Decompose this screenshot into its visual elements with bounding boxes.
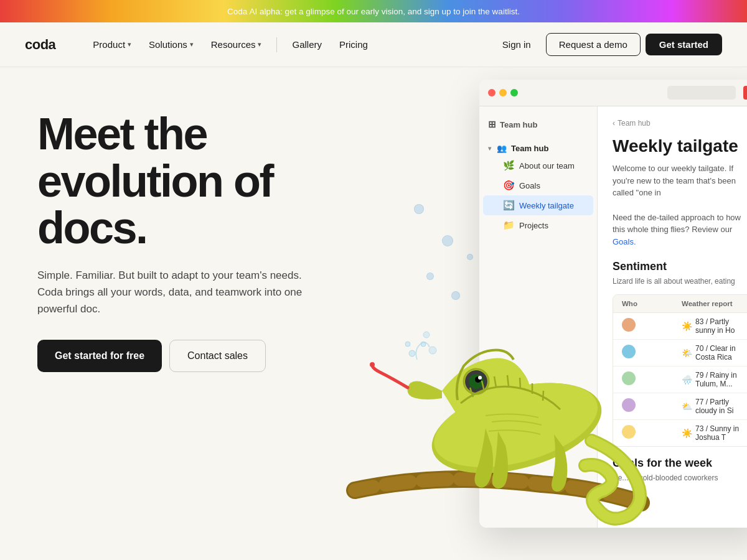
weather-cell: ⛅77 / Partly cloudy in Si: [682, 398, 741, 415]
chevron-down-icon: ▾: [190, 40, 194, 49]
goals-week-heading: Goals for the week: [613, 457, 747, 470]
navbar: coda Product ▾ Solutions ▾ Resources ▾ G…: [0, 22, 747, 67]
app-body: ⊞ Team hub ▾ 👥 Team hub 🌿 About our team…: [479, 106, 747, 528]
tailgate-icon: 🔄: [503, 200, 515, 211]
svg-line-7: [470, 388, 473, 397]
nav-item-gallery[interactable]: Gallery: [284, 34, 329, 55]
back-link[interactable]: ‹ Team hub: [613, 119, 747, 128]
weather-cell: ☀️83 / Partly sunny in Ho: [682, 317, 741, 335]
nav-item-resources[interactable]: Resources ▾: [204, 34, 270, 55]
water-drop: [442, 235, 453, 246]
table-row: ☀️83 / Partly sunny in Ho: [613, 313, 747, 340]
table-header: Who Weather report: [613, 295, 747, 313]
grid-icon: ⊞: [488, 119, 496, 130]
app-screenshot: ⊞ Team hub ▾ 👥 Team hub 🌿 About our team…: [479, 80, 747, 528]
get-started-free-button[interactable]: Get started for free: [37, 340, 162, 372]
banner-text: Coda AI alpha: get a glimpse of our earl…: [227, 7, 520, 16]
request-demo-button[interactable]: Request a demo: [546, 33, 641, 56]
window-maximize-button[interactable]: [510, 89, 518, 96]
get-started-button[interactable]: Get started: [646, 34, 722, 55]
water-drop: [414, 204, 424, 214]
window-minimize-button[interactable]: [499, 89, 507, 96]
window-close-button[interactable]: [488, 89, 496, 96]
hero-buttons: Get started for free Contact sales: [37, 340, 361, 372]
search-bar[interactable]: [667, 86, 736, 100]
water-drop: [426, 273, 434, 280]
table-row: ☀️73 / Sunny in Joshua T: [613, 420, 747, 446]
sidebar-team-hub-label: Team hub: [511, 144, 548, 153]
who-cell: [622, 318, 682, 334]
svg-point-14: [370, 362, 375, 367]
water-drop: [467, 254, 473, 260]
sidebar-item-about[interactable]: 🌿 About our team: [483, 156, 593, 175]
nav-divider: [276, 37, 277, 52]
sidebar-team-hub-icon: 👥: [497, 144, 507, 153]
projects-icon: 📁: [503, 220, 515, 231]
who-cell: [622, 345, 682, 361]
hero-content: Meet the evolution of docs. Simple. Fami…: [37, 111, 361, 372]
weather-cell: ☀️73 / Sunny in Joshua T: [682, 424, 741, 442]
nav-right: Sign in Request a demo Get started: [492, 33, 722, 56]
goals-icon: 🎯: [503, 180, 515, 191]
sentiment-heading: Sentiment: [613, 260, 747, 273]
svg-point-17: [429, 347, 436, 354]
table-row: 🌤️70 / Clear in Costa Rica: [613, 340, 747, 366]
app-main-panel: ‹ Team hub Weekly tailgate Welcome to ou…: [598, 106, 747, 528]
chevron-down-icon: ▾: [488, 145, 491, 152]
main-prompt-text: Need the de-tailed approach to how this …: [613, 212, 747, 248]
hero-section: Meet the evolution of docs. Simple. Fami…: [0, 67, 747, 560]
who-cell: [622, 425, 682, 441]
sidebar-item-goals[interactable]: 🎯 Goals: [483, 175, 593, 195]
coda-app-icon: [743, 86, 747, 100]
sidebar-hub-title: ⊞ Team hub: [479, 114, 597, 138]
svg-point-16: [421, 342, 426, 347]
who-cell: [622, 398, 682, 414]
main-title: Weekly tailgate: [613, 136, 747, 156]
table-row: ⛅77 / Partly cloudy in Si: [613, 393, 747, 420]
sentiment-sub: Lizard life is all about weather, eating: [613, 277, 747, 286]
app-sidebar: ⊞ Team hub ▾ 👥 Team hub 🌿 About our team…: [479, 106, 598, 528]
weather-table: Who Weather report ☀️83 / Partly sunny i…: [613, 294, 747, 447]
chevron-down-icon: ▾: [128, 40, 131, 49]
contact-sales-button[interactable]: Contact sales: [169, 340, 266, 372]
water-drop: [451, 291, 460, 300]
svg-point-15: [409, 350, 415, 357]
sidebar-item-weekly-tailgate[interactable]: 🔄 Weekly tailgate: [483, 195, 593, 215]
goals-link[interactable]: Goals.: [613, 237, 636, 246]
weather-cell: 🌧️79 / Rainy in Tulum, M...: [682, 371, 741, 388]
weather-cell: 🌤️70 / Clear in Costa Rica: [682, 344, 741, 362]
svg-point-19: [423, 332, 430, 338]
sign-in-button[interactable]: Sign in: [492, 34, 541, 55]
hero-subtext: Simple. Familiar. But built to adapt to …: [37, 267, 305, 318]
about-icon: 🌿: [503, 160, 515, 171]
logo[interactable]: coda: [25, 37, 55, 53]
svg-point-18: [405, 342, 410, 347]
sidebar-section-team-hub[interactable]: ▾ 👥 Team hub: [479, 138, 597, 156]
nav-links: Product ▾ Solutions ▾ Resources ▾ Galler…: [85, 34, 492, 55]
table-row: 🌧️79 / Rainy in Tulum, M...: [613, 366, 747, 393]
who-cell: [622, 371, 682, 388]
app-titlebar: [479, 80, 747, 106]
hero-illustration: ⊞ Team hub ▾ 👥 Team hub 🌿 About our team…: [330, 80, 747, 528]
chevron-down-icon: ▾: [258, 40, 261, 49]
back-arrow-icon: ‹: [613, 119, 615, 128]
nav-item-solutions[interactable]: Solutions ▾: [141, 34, 201, 55]
announcement-banner[interactable]: Coda AI alpha: get a glimpse of our earl…: [0, 0, 747, 22]
main-intro-text: Welcome to our weekly tailgate. If you'r…: [613, 162, 747, 199]
hero-heading: Meet the evolution of docs.: [37, 111, 361, 252]
app-search: [667, 86, 747, 100]
sidebar-item-projects[interactable]: 📁 Projects: [483, 215, 593, 235]
nav-item-pricing[interactable]: Pricing: [332, 34, 375, 55]
goals-week-sub: He... ur cold-blooded coworkers: [613, 474, 747, 482]
nav-item-product[interactable]: Product ▾: [85, 34, 139, 55]
